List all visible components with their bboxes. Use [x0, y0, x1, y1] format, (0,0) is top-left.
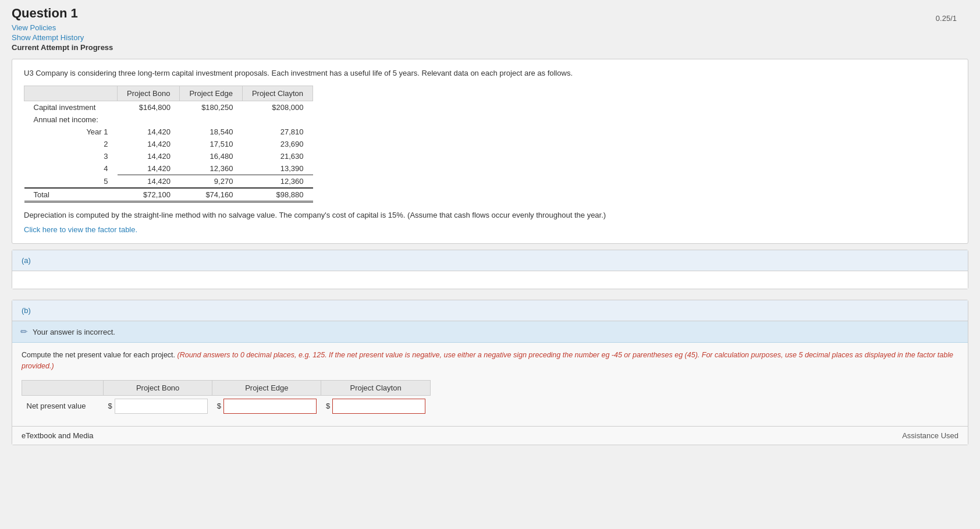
capital-label: Capital investment	[24, 101, 118, 114]
section-b-body: ✏ Your answer is incorrect. Compute the …	[12, 321, 968, 426]
year-label-4: 4	[24, 162, 118, 175]
npv-edge-input[interactable]	[223, 399, 317, 414]
npv-row: Net present value $ $	[22, 395, 431, 417]
incorrect-banner: ✏ Your answer is incorrect.	[12, 321, 968, 343]
dollar-sign-clayton: $	[326, 402, 330, 410]
year-clayton-4: 13,390	[242, 162, 313, 175]
annual-row-4: 4 14,420 12,360 13,390	[24, 162, 313, 175]
question-title: Question 1	[12, 6, 113, 21]
etextbook-label: eTextbook and Media	[22, 431, 94, 440]
annual-income-label: Annual net income:	[24, 113, 118, 126]
npv-clayton-input[interactable]	[332, 399, 425, 414]
total-bono: $72,100	[118, 188, 180, 202]
total-label: Total	[24, 188, 118, 202]
year-label-5: 5	[24, 175, 118, 189]
npv-edge-cell: $	[212, 395, 321, 417]
annual-row-3: 3 14,420 16,480 21,630	[24, 150, 313, 162]
annual-row-5: 5 14,420 9,270 12,360	[24, 175, 313, 189]
year-label-3: 3	[24, 150, 118, 162]
npv-row-label: Net present value	[22, 395, 104, 417]
note-text: Depreciation is computed by the straight…	[24, 211, 956, 219]
annual-row-2: 2 14,420 17,510 23,690	[24, 138, 313, 150]
factor-table-link[interactable]: Click here to view the factor table.	[24, 225, 137, 234]
capital-edge: $180,250	[180, 101, 242, 114]
section-a-body	[12, 271, 968, 289]
year-label-1: Year 1	[24, 126, 118, 138]
pencil-icon: ✏	[20, 326, 28, 337]
year-edge-2: 17,510	[180, 138, 242, 150]
npv-clayton-cell: $	[321, 395, 430, 417]
npv-bono-input[interactable]	[115, 399, 208, 414]
year-edge-1: 18,540	[180, 126, 242, 138]
annual-row-1: Year 1 14,420 18,540 27,810	[24, 126, 313, 138]
year-edge-4: 12,360	[180, 162, 242, 175]
year-bono-4: 14,420	[118, 162, 180, 175]
footer-bar: eTextbook and Media Assistance Used	[12, 426, 968, 445]
year-edge-5: 9,270	[180, 175, 242, 189]
current-attempt-label: Current Attempt in Progress	[12, 43, 113, 52]
score-badge: 0.25/1	[936, 14, 957, 23]
npv-col-bono: Project Bono	[104, 380, 212, 395]
col-header-edge: Project Edge	[180, 86, 242, 101]
show-attempt-history-link[interactable]: Show Attempt History	[12, 33, 113, 42]
problem-box: U3 Company is considering three long-ter…	[12, 59, 968, 244]
year-clayton-3: 21,630	[242, 150, 313, 162]
section-b-panel: (b) ✏ Your answer is incorrect. Compute …	[12, 300, 968, 445]
incorrect-text: Your answer is incorrect.	[33, 328, 115, 336]
col-header-empty	[24, 86, 118, 101]
npv-table: Project Bono Project Edge Project Clayto…	[22, 380, 431, 417]
section-a-header: (a)	[12, 250, 968, 271]
year-edge-3: 16,480	[180, 150, 242, 162]
capital-investment-row: Capital investment $164,800 $180,250 $20…	[24, 101, 313, 114]
total-clayton: $98,880	[242, 188, 313, 202]
dollar-sign-bono: $	[108, 402, 112, 410]
section-b-header: (b)	[12, 300, 968, 321]
col-header-clayton: Project Clayton	[242, 86, 313, 101]
instruction-text: Compute the net present value for each p…	[22, 350, 958, 372]
npv-col-empty	[22, 380, 104, 395]
year-bono-3: 14,420	[118, 150, 180, 162]
year-bono-5: 14,420	[118, 175, 180, 189]
npv-bono-cell: $	[104, 395, 212, 417]
sub-section-body: Compute the net present value for each p…	[12, 343, 968, 426]
npv-col-clayton: Project Clayton	[321, 380, 430, 395]
year-clayton-1: 27,810	[242, 126, 313, 138]
year-clayton-2: 23,690	[242, 138, 313, 150]
total-edge: $74,160	[180, 188, 242, 202]
col-header-bono: Project Bono	[118, 86, 180, 101]
year-bono-1: 14,420	[118, 126, 180, 138]
dollar-sign-edge: $	[217, 402, 221, 410]
year-label-2: 2	[24, 138, 118, 150]
total-row: Total $72,100 $74,160 $98,880	[24, 188, 313, 202]
capital-clayton: $208,000	[242, 101, 313, 114]
view-policies-link[interactable]: View Policies	[12, 23, 113, 32]
data-table: Project Bono Project Edge Project Clayto…	[24, 86, 313, 203]
year-clayton-5: 12,360	[242, 175, 313, 189]
npv-col-edge: Project Edge	[212, 380, 321, 395]
capital-bono: $164,800	[118, 101, 180, 114]
annual-income-label-row: Annual net income:	[24, 113, 313, 126]
assistance-used-label: Assistance Used	[902, 431, 958, 440]
intro-text: U3 Company is considering three long-ter…	[24, 69, 956, 77]
year-bono-2: 14,420	[118, 138, 180, 150]
section-a-panel: (a)	[12, 250, 968, 289]
